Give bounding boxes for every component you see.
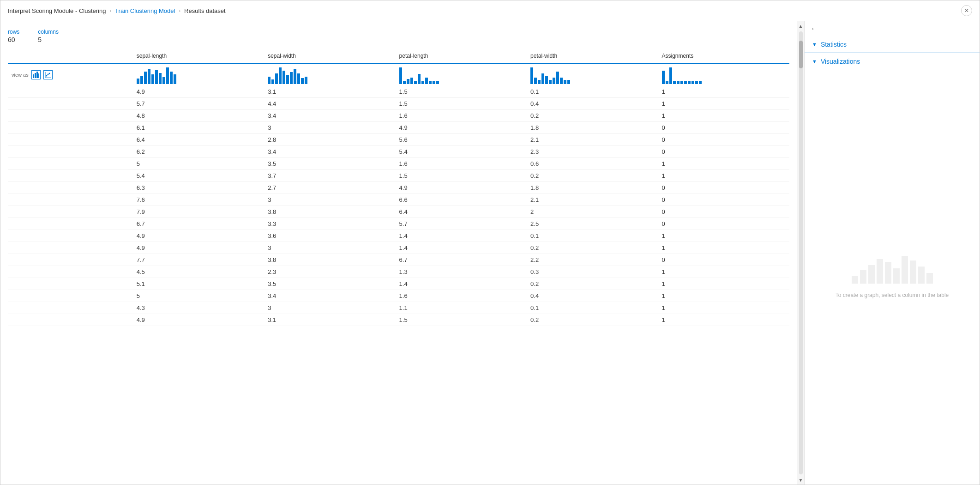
statistics-arrow-icon: ▼: [812, 42, 817, 47]
table-cell: 4.9: [396, 182, 527, 194]
scrollbar[interactable]: ▲ ▼: [797, 21, 804, 485]
table-row[interactable]: 4.83.41.60.21: [8, 110, 789, 122]
statistics-section-header[interactable]: ▼ Statistics: [805, 36, 980, 53]
data-panel: rows 60 columns 5 sepal-length sepal-wid…: [0, 21, 797, 485]
table-cell: 6.2: [133, 146, 264, 158]
table-row[interactable]: 6.134.91.80: [8, 122, 789, 134]
columns-label: columns: [38, 29, 59, 35]
table-cell: 3.8: [264, 254, 395, 266]
table-row[interactable]: 53.51.60.61: [8, 158, 789, 170]
table-cell: 1.3: [396, 266, 527, 278]
mini-chart-sepal-width: [264, 63, 395, 86]
visualizations-arrow-icon: ▼: [812, 59, 817, 64]
table-cell: 3.4: [264, 146, 395, 158]
col-sepal-width[interactable]: sepal-width: [264, 51, 395, 63]
table-cell: 4.9: [133, 242, 264, 254]
svg-rect-2: [36, 72, 38, 78]
data-table: sepal-length sepal-width petal-length pe…: [8, 51, 789, 326]
table-cell: 4.3: [133, 302, 264, 314]
stats-row: rows 60 columns 5: [8, 29, 789, 43]
table-cell: 5: [133, 290, 264, 302]
mini-chart-petal-length: [396, 63, 527, 86]
scatter-view-icon[interactable]: [43, 70, 53, 79]
table-cell: 0: [658, 146, 789, 158]
table-cell: 3: [264, 242, 395, 254]
table-cell: 3.5: [264, 158, 395, 170]
table-cell: 1: [658, 110, 789, 122]
mini-chart-petal-width: [527, 63, 658, 86]
table-cell: 2.2: [527, 254, 658, 266]
table-cell: 0.1: [527, 230, 658, 242]
table-cell: 0.4: [527, 98, 658, 110]
table-row[interactable]: 4.93.11.50.21: [8, 314, 789, 326]
breadcrumb-part1: Interpret Scoring Module - Clustering: [8, 7, 106, 14]
table-cell: 5.1: [133, 278, 264, 290]
table-cell: 0: [658, 134, 789, 146]
visualizations-section-header[interactable]: ▼ Visualizations: [805, 53, 980, 70]
scroll-track[interactable]: [799, 31, 803, 474]
table-cell: 1.8: [527, 182, 658, 194]
data-table-wrapper[interactable]: sepal-length sepal-width petal-length pe…: [8, 51, 789, 477]
table-cell: 1: [658, 98, 789, 110]
table-cell: 2.5: [527, 218, 658, 230]
table-cell: 6.3: [133, 182, 264, 194]
breadcrumb-sep1: ›: [109, 8, 111, 13]
table-cell: 1: [658, 266, 789, 278]
table-row[interactable]: 4.331.10.11: [8, 302, 789, 314]
table-row[interactable]: 4.931.40.21: [8, 242, 789, 254]
table-cell: 1: [658, 158, 789, 170]
table-cell: 6.1: [133, 122, 264, 134]
right-panel: › ▼ Statistics ▼ Visualizations To creat…: [804, 21, 980, 485]
table-row[interactable]: 6.73.35.72.50: [8, 218, 789, 230]
table-row[interactable]: 6.23.45.42.30: [8, 146, 789, 158]
table-row[interactable]: 4.93.11.50.11: [8, 86, 789, 98]
table-row[interactable]: 4.93.61.40.11: [8, 230, 789, 242]
table-cell: 6.7: [396, 254, 527, 266]
table-cell: 2.1: [527, 194, 658, 206]
table-cell: 3.6: [264, 230, 395, 242]
table-cell: 7.6: [133, 194, 264, 206]
table-cell: 6.4: [396, 206, 527, 218]
svg-point-6: [46, 75, 47, 77]
expand-icon[interactable]: ›: [812, 26, 814, 31]
table-row[interactable]: 7.636.62.10: [8, 194, 789, 206]
scroll-up-button[interactable]: ▲: [797, 21, 805, 30]
table-cell: 5.7: [133, 98, 264, 110]
table-row[interactable]: 6.42.85.62.10: [8, 134, 789, 146]
table-cell: 6.6: [396, 194, 527, 206]
table-row[interactable]: 7.73.86.72.20: [8, 254, 789, 266]
table-cell: 6.4: [133, 134, 264, 146]
columns-value: 5: [38, 36, 59, 43]
scroll-thumb[interactable]: [799, 41, 803, 68]
view-as-header: [8, 51, 133, 63]
table-cell: 1: [658, 86, 789, 98]
table-cell: 0.2: [527, 110, 658, 122]
table-cell: 1.4: [396, 278, 527, 290]
table-cell: 3: [264, 122, 395, 134]
table-cell: 0.2: [527, 278, 658, 290]
table-row[interactable]: 5.74.41.50.41: [8, 98, 789, 110]
table-row[interactable]: 6.32.74.91.80: [8, 182, 789, 194]
table-cell: 3.7: [264, 170, 395, 182]
table-row[interactable]: 7.93.86.420: [8, 206, 789, 218]
col-assignments[interactable]: Assignments: [658, 51, 789, 63]
table-row[interactable]: 4.52.31.30.31: [8, 266, 789, 278]
breadcrumb-part2: Train Clustering Model: [115, 7, 175, 14]
col-petal-width[interactable]: petal-width: [527, 51, 658, 63]
breadcrumb: Interpret Scoring Module - Clustering › …: [0, 0, 980, 21]
scroll-down-button[interactable]: ▼: [797, 475, 805, 485]
table-row[interactable]: 5.43.71.50.21: [8, 170, 789, 182]
col-sepal-length[interactable]: sepal-length: [133, 51, 264, 63]
table-row[interactable]: 5.13.51.40.21: [8, 278, 789, 290]
table-cell: 1.4: [396, 230, 527, 242]
mini-chart-assignments: [658, 63, 789, 86]
histogram-view-icon[interactable]: [31, 70, 41, 79]
table-row[interactable]: 53.41.60.41: [8, 290, 789, 302]
col-petal-length[interactable]: petal-length: [396, 51, 527, 63]
close-button[interactable]: ✕: [961, 5, 972, 16]
rows-value: 60: [8, 36, 19, 43]
table-cell: 7.7: [133, 254, 264, 266]
table-cell: 1.1: [396, 302, 527, 314]
table-cell: 3.8: [264, 206, 395, 218]
statistics-title: Statistics: [821, 41, 847, 48]
